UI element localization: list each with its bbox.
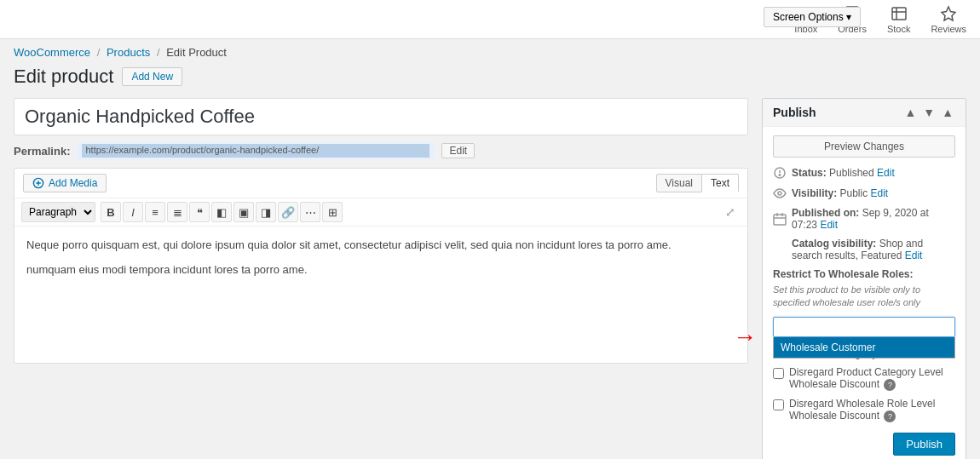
tab-visual[interactable]: Visual bbox=[656, 174, 702, 192]
disregard-role-help-icon[interactable]: ? bbox=[884, 410, 896, 422]
svg-rect-15 bbox=[774, 215, 786, 225]
restrict-section: Restrict To Wholesale Roles: Set this pr… bbox=[773, 268, 955, 337]
disregard-category-checkbox[interactable] bbox=[773, 368, 784, 379]
permalink-url-text: https://example.com/product/organic-hand… bbox=[82, 144, 429, 158]
visibility-value: Public bbox=[839, 187, 868, 199]
add-media-label: Add Media bbox=[49, 177, 97, 189]
restrict-title: Restrict To Wholesale Roles: bbox=[773, 268, 955, 280]
breadcrumb: WooCommerce / Products / Edit Product bbox=[0, 39, 980, 59]
reviews-nav[interactable]: Reviews bbox=[931, 5, 966, 34]
preview-changes-button[interactable]: Preview Changes bbox=[773, 135, 955, 158]
align-center-button[interactable]: ▣ bbox=[233, 202, 254, 222]
published-label: Published on: Sep 9, 2020 at 07:23 Edit bbox=[792, 207, 955, 231]
screen-options-label: Screen Options bbox=[773, 11, 844, 23]
breadcrumb-sep-1: / bbox=[97, 46, 101, 59]
publish-panel-title: Publish bbox=[773, 106, 816, 119]
align-right-button[interactable]: ◨ bbox=[256, 202, 276, 222]
publish-panel-body: Preview Changes Status: Published Edit V… bbox=[763, 127, 966, 459]
disregard-category-text: Disregard Product Category Level Wholesa… bbox=[789, 366, 943, 390]
main-editor: Permalink: https://example.com/product/o… bbox=[14, 98, 748, 364]
catalog-edit-link[interactable]: Edit bbox=[905, 250, 923, 261]
status-value: Published bbox=[829, 167, 874, 179]
permalink-edit-button[interactable]: Edit bbox=[441, 143, 475, 158]
ul-button[interactable]: ≡ bbox=[145, 202, 165, 222]
role-input-wrapper: Wholesale Customer bbox=[773, 317, 955, 337]
published-edit-link[interactable]: Edit bbox=[820, 219, 838, 231]
more-button[interactable]: ⋯ bbox=[300, 202, 320, 222]
visibility-label: Visibility: Public Edit bbox=[792, 187, 888, 199]
panel-collapse-up-button[interactable]: ▲ bbox=[902, 106, 918, 118]
publish-btn-row: Publish bbox=[773, 429, 955, 456]
role-search-input[interactable] bbox=[773, 317, 955, 337]
status-label: Status: Published Edit bbox=[792, 167, 895, 179]
disregard-category-row: Disregard Product Category Level Wholesa… bbox=[773, 366, 955, 391]
permalink-label: Permalink: bbox=[14, 145, 70, 158]
align-left-button[interactable]: ◧ bbox=[211, 202, 232, 222]
disregard-category-label: Disregard Product Category Level Wholesa… bbox=[789, 366, 955, 391]
panel-collapse-down-button[interactable]: ▼ bbox=[921, 106, 937, 118]
status-row: Status: Published Edit bbox=[773, 166, 955, 180]
editor-paragraph-1: Neque porro quisquam est, qui dolore ips… bbox=[26, 237, 735, 255]
publish-button[interactable]: Publish bbox=[893, 433, 955, 456]
visibility-edit-link[interactable]: Edit bbox=[871, 187, 889, 199]
ol-button[interactable]: ≣ bbox=[167, 202, 187, 222]
sidebar: Publish ▲ ▼ ▲ Preview Changes Status: Pu… bbox=[762, 98, 966, 459]
publish-panel-header: Publish ▲ ▼ ▲ bbox=[763, 99, 966, 127]
permalink-row: Permalink: https://example.com/product/o… bbox=[14, 142, 748, 159]
editor-view-tabs: Visual Text bbox=[656, 174, 739, 192]
restrict-desc: Set this product to be visible only to s… bbox=[773, 284, 955, 310]
quote-button[interactable]: ❝ bbox=[189, 202, 210, 222]
svg-point-14 bbox=[778, 192, 781, 195]
page-title: Edit product bbox=[14, 66, 113, 88]
admin-topbar: Screen Options ▾ Inbox Orders Stock Revi… bbox=[0, 0, 980, 39]
published-row: Published on: Sep 9, 2020 at 07:23 Edit bbox=[773, 207, 955, 231]
svg-rect-5 bbox=[892, 8, 906, 20]
status-icon bbox=[773, 166, 787, 180]
tab-text[interactable]: Text bbox=[702, 174, 739, 192]
role-dropdown: Wholesale Customer bbox=[773, 337, 955, 359]
breadcrumb-products[interactable]: Products bbox=[107, 46, 150, 59]
status-edit-link[interactable]: Edit bbox=[877, 167, 895, 179]
content-area: Permalink: https://example.com/product/o… bbox=[14, 98, 966, 459]
svg-marker-7 bbox=[942, 7, 955, 20]
editor-paragraph-2: numquam eius modi tempora incidunt lores… bbox=[26, 261, 735, 279]
disregard-role-checkbox[interactable] bbox=[773, 399, 784, 410]
expand-button[interactable]: ⤢ bbox=[720, 202, 741, 222]
editor-toolbar: Paragraph B I ≡ ≣ ❝ ◧ ▣ ◨ 🔗 ⋯ ⊞ ⤢ bbox=[14, 198, 747, 227]
svg-point-13 bbox=[779, 175, 781, 176]
editor-media-bar: Add Media Visual Text bbox=[14, 169, 747, 198]
catalog-visibility-row: Catalog visibility: Shop and search resu… bbox=[773, 238, 955, 261]
add-media-icon bbox=[32, 177, 44, 189]
add-media-button[interactable]: Add Media bbox=[23, 174, 107, 192]
product-title-input[interactable] bbox=[14, 98, 748, 135]
panel-toggle-button[interactable]: ▲ bbox=[940, 106, 955, 118]
wholesale-customer-option[interactable]: Wholesale Customer bbox=[774, 337, 954, 358]
screen-options-btn[interactable]: Screen Options ▾ bbox=[764, 7, 861, 27]
reviews-label: Reviews bbox=[931, 24, 966, 34]
format-select[interactable]: Paragraph bbox=[21, 202, 95, 222]
screen-options-chevron: ▾ bbox=[846, 11, 851, 23]
editor-content[interactable]: Neque porro quisquam est, qui dolore ips… bbox=[14, 227, 747, 363]
disregard-role-row: Disregard Wholesale Role Level Wholesale… bbox=[773, 398, 955, 422]
bold-button[interactable]: B bbox=[101, 202, 121, 222]
visibility-row: Visibility: Public Edit bbox=[773, 186, 955, 200]
disregard-role-label: Disregard Wholesale Role Level Wholesale… bbox=[789, 398, 955, 422]
publish-panel-controls: ▲ ▼ ▲ bbox=[902, 106, 955, 118]
stock-label: Stock bbox=[887, 24, 911, 34]
publish-panel: Publish ▲ ▼ ▲ Preview Changes Status: Pu… bbox=[762, 98, 966, 459]
breadcrumb-current: Edit Product bbox=[166, 46, 227, 59]
table-button[interactable]: ⊞ bbox=[322, 202, 343, 222]
breadcrumb-sep-2: / bbox=[157, 46, 160, 59]
breadcrumb-woocommerce[interactable]: WooCommerce bbox=[14, 46, 90, 59]
stock-nav[interactable]: Stock bbox=[887, 5, 911, 34]
disregard-role-text: Disregard Wholesale Role Level Wholesale… bbox=[789, 398, 935, 422]
italic-button[interactable]: I bbox=[123, 202, 143, 222]
disregard-category-help-icon[interactable]: ? bbox=[884, 379, 896, 391]
add-new-button[interactable]: Add New bbox=[122, 67, 182, 86]
editor-wrapper: Add Media Visual Text Paragraph B I ≡ ≣ bbox=[14, 168, 748, 364]
visibility-icon bbox=[773, 186, 787, 200]
catalog-label: Catalog visibility: bbox=[792, 238, 876, 250]
page-header: Edit product Add New bbox=[14, 66, 966, 88]
calendar-icon bbox=[773, 212, 787, 226]
link-button[interactable]: 🔗 bbox=[278, 202, 298, 222]
